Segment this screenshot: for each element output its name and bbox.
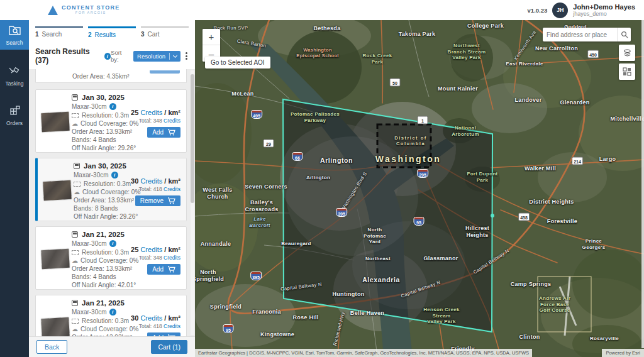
cloud-icon <box>72 257 78 264</box>
resolution-icon <box>74 182 80 187</box>
credits-link[interactable]: Credits <box>164 323 180 329</box>
result-card[interactable]: Jan 21, 2025 Maxar-30cm Resolution: 0.3m… <box>35 295 187 336</box>
overview-grid-button[interactable] <box>619 63 635 80</box>
map-search-box <box>543 28 631 41</box>
results-title: Search Results (37) <box>35 47 102 65</box>
total-label: Total: <box>139 255 152 261</box>
result-card-selected[interactable]: Jan 30, 2025 Maxar-30cm Resolution: 0.3m… <box>35 158 187 221</box>
total-value: 418 <box>153 323 162 329</box>
credits-link[interactable]: Credits <box>164 186 180 192</box>
search-folder-icon <box>9 25 21 38</box>
result-thumbnail <box>41 249 70 269</box>
nav-item-search[interactable]: Search <box>0 20 29 50</box>
result-card-partial[interactable]: Order Area: 4.35km² <box>35 69 187 83</box>
sort-by-label: Sort by: <box>111 49 130 63</box>
add-to-cart-button[interactable]: Add <box>147 127 180 138</box>
more-options-icon[interactable] <box>184 50 189 62</box>
resolution-icon <box>72 319 79 324</box>
user-avatar[interactable]: JH <box>552 3 568 18</box>
price-per: / km² <box>164 314 180 322</box>
result-resolution: Resolution: 0.3m <box>82 317 129 324</box>
orders-box-icon <box>9 105 21 118</box>
basemap-button[interactable] <box>619 45 635 61</box>
result-card[interactable]: Jan 30, 2025 Maxar-30cm Resolution: 0.3m… <box>35 89 187 153</box>
cart-button[interactable]: Cart (1) <box>151 340 187 354</box>
step-results[interactable]: 2 Results <box>88 26 136 38</box>
result-thumbnail <box>43 180 72 200</box>
list-scrollbar[interactable] <box>191 70 194 335</box>
credits-link[interactable]: Credits <box>140 314 162 322</box>
basemap-layers-icon <box>623 48 632 57</box>
cart-icon <box>167 129 175 136</box>
app-logo: CONTENT STORE FOR ARCGIS <box>48 5 119 15</box>
info-icon[interactable] <box>109 309 116 316</box>
add-to-cart-button[interactable]: Add <box>147 332 180 336</box>
search-input[interactable] <box>543 31 617 38</box>
result-cloud-coverage: Cloud Coverage: 0% <box>80 257 138 264</box>
credits-link[interactable]: Credits <box>164 255 180 261</box>
grid-icon <box>623 67 631 76</box>
map-basemap <box>195 20 644 357</box>
result-resolution: Resolution: 0.3m <box>84 180 131 187</box>
result-source: Maxar-30cm <box>72 240 107 247</box>
dropdown-divider <box>169 53 170 60</box>
step-cart[interactable]: 3 Cart <box>141 26 189 38</box>
price-per: / km² <box>164 177 180 185</box>
results-list: Order Area: 4.35km² Jan 30, 2025 Maxar-3… <box>29 69 195 336</box>
result-card[interactable]: Jan 21, 2025 Maxar-30cm Resolution: 0.3m… <box>35 226 187 290</box>
add-button-partial[interactable] <box>150 70 180 74</box>
result-thumbnail <box>41 317 70 336</box>
result-order-area: Order Area: 13.93km² <box>72 265 132 272</box>
cart-icon <box>167 197 175 204</box>
calendar-icon <box>74 163 80 169</box>
scrollbar-thumb[interactable] <box>191 74 194 203</box>
info-icon[interactable] <box>109 240 116 247</box>
content-store-app: CONTENT STORE FOR ARCGIS v1.0.23 JH John… <box>0 0 644 357</box>
results-panel: 1 Search 2 Results 3 Cart Search Results… <box>29 20 195 357</box>
aoi-vertex-handle[interactable] <box>491 214 494 217</box>
stepper: 1 Search 2 Results 3 Cart <box>29 20 195 42</box>
calendar-icon <box>72 94 78 101</box>
result-order-area: Order Area: 13.93km² <box>72 128 132 135</box>
chevron-down-icon <box>173 53 177 57</box>
goto-selected-aoi-button[interactable]: Go to Selected AOI <box>205 57 270 69</box>
result-order-area: Order Area: 4.35km² <box>72 73 130 80</box>
step-number: 2 <box>88 31 92 38</box>
satellite-icon <box>9 65 21 79</box>
calendar-icon <box>72 300 78 306</box>
step-label: Cart <box>148 31 160 38</box>
info-icon[interactable] <box>111 172 118 178</box>
credits-link[interactable]: Credits <box>164 118 180 124</box>
sort-value: Resolution <box>137 53 165 60</box>
total-value: 348 <box>153 118 162 124</box>
credits-link[interactable]: Credits <box>140 109 162 116</box>
result-thumbnail <box>41 112 70 132</box>
nav-item-orders[interactable]: Orders <box>0 101 29 130</box>
map-attribution: Earthstar Geographics | DCGIS, M-NCPPC, … <box>195 349 644 357</box>
price-per: / km² <box>164 109 180 116</box>
info-icon[interactable] <box>104 53 111 60</box>
search-icon[interactable] <box>617 28 631 41</box>
back-button[interactable]: Back <box>36 340 67 354</box>
user-name: John+Demo Hayes <box>573 3 635 11</box>
result-date: Jan 30, 2025 <box>82 94 125 101</box>
zoom-in-button[interactable]: + <box>203 29 220 45</box>
result-cloud-coverage: Cloud Coverage: 0% <box>80 326 138 332</box>
nav-label-orders: Orders <box>6 120 23 126</box>
nav-item-tasking[interactable]: Tasking <box>0 61 29 91</box>
sort-dropdown[interactable]: Resolution <box>133 51 180 62</box>
step-label: Results <box>95 31 116 38</box>
total-value: 348 <box>153 255 162 261</box>
result-off-nadir: Off Nadir Angle: 29.26° <box>72 145 136 151</box>
credits-link[interactable]: Credits <box>140 246 162 253</box>
remove-from-cart-button[interactable]: Remove <box>135 195 180 206</box>
map-view[interactable]: BethesdaTakoma ParkCollege ParkGoddardNe… <box>195 20 644 357</box>
step-search[interactable]: 1 Search <box>35 26 83 38</box>
info-icon[interactable] <box>109 103 116 110</box>
map-scrollbar[interactable] <box>641 20 644 348</box>
user-username: jhayes_demo <box>573 11 635 17</box>
step-number: 1 <box>35 31 39 38</box>
credits-link[interactable]: Credits <box>140 177 162 185</box>
result-source: Maxar-30cm <box>74 172 109 178</box>
add-to-cart-button[interactable]: Add <box>147 264 180 275</box>
